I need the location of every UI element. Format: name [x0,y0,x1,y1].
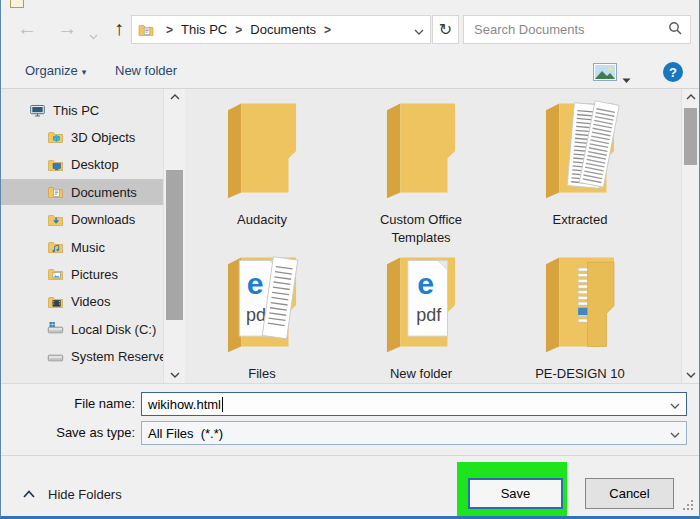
search-box [463,15,691,44]
save-as-type-select[interactable]: All Files (*.*) [141,421,687,445]
forward-arrow-icon[interactable]: → [53,14,81,42]
back-arrow-icon[interactable]: ← [13,14,41,42]
file-tile-files[interactable]: epdfFiles [187,251,337,383]
file-name-value: wikihow.html [148,397,221,412]
sidebar-item-documents[interactable]: Documents [1,179,163,205]
diskwin-icon [47,321,65,337]
folder-docs-icon [530,97,630,201]
sidebar-item-label: This PC [53,103,99,118]
file-list-scrollbar[interactable] [681,89,699,383]
file-name-label: File name: [1,396,135,411]
folder-pdf-icon: epdf [371,251,471,355]
sidebar-item-system-reserved[interactable]: System Reserved [1,344,163,370]
text-caret [222,397,223,412]
cancel-button[interactable]: Cancel [585,478,674,509]
file-tile-label: Audacity [237,211,287,229]
sidebar-item-label: Local Disk (C:) [71,322,156,337]
breadcrumb-this-pc[interactable]: This PC [181,22,227,37]
breadcrumb[interactable]: > This PC > Documents > [131,15,431,44]
sidebar-item-downloads[interactable]: Downloads [1,207,163,233]
help-icon[interactable]: ? [662,61,684,87]
folder-empty-icon [212,97,312,201]
search-input[interactable] [472,21,668,38]
objects3d-icon [47,129,65,145]
chevron-up-icon [23,486,41,502]
sidebar-item-local-disk-c[interactable]: Local Disk (C:) [1,316,163,342]
scroll-up-icon[interactable] [682,89,699,105]
file-tile-custom-office-templates[interactable]: Custom Office Templates [346,97,496,247]
folder-pdf-stack-icon: epdf [212,251,312,355]
navigation-sidebar: This PC3D ObjectsDesktopDocumentsDownloa… [1,89,163,383]
save-as-type-value: All Files (*.*) [148,426,223,441]
sidebar-item-label: Music [71,240,105,255]
sidebar-scrollbar[interactable] [163,89,185,383]
svg-text:e: e [247,267,264,300]
file-tile-label: New folder [390,365,452,383]
resize-grip[interactable] [683,497,694,515]
save-button[interactable]: Save [468,478,563,509]
sidebar-item-videos[interactable]: Videos [1,289,163,315]
sidebar-item-label: 3D Objects [71,130,135,145]
sidebar-item-label: Desktop [71,157,119,172]
music-icon [47,239,65,255]
sidebar-item-label: Pictures [71,267,118,282]
file-fields: File name: wikihow.html Save as type: Al… [1,383,699,455]
sidebar-item-this-pc[interactable]: This PC [1,97,163,123]
organize-button[interactable]: Organize▾ [25,63,86,78]
folder-slats-icon [530,251,630,355]
sidebar-item-music[interactable]: Music [1,234,163,260]
navigation-toolbar: ← → ↑ > This PC > Documents > ↻ [1,0,699,57]
file-tile-label: Custom Office Templates [361,211,481,247]
breadcrumb-documents[interactable]: Documents [250,22,316,37]
file-tile-label: Extracted [553,211,608,229]
documents-folder-icon [138,22,156,38]
command-bar: Organize▾ New folder ? [1,57,699,89]
cropped-icon [10,0,24,8]
folder-empty-icon [371,97,471,201]
file-tile-new-folder[interactable]: epdfNew folder [346,251,496,383]
chevron-down-icon[interactable] [670,395,680,413]
dialog-footer: Hide Folders Save Cancel [1,455,699,519]
view-caret-down-icon[interactable] [622,70,631,88]
sidebar-item-desktop[interactable]: Desktop [1,152,163,178]
downloads-icon [47,212,65,228]
crumb-separator: > [235,23,242,37]
scrollbar-thumb[interactable] [684,108,697,165]
scroll-up-icon[interactable] [164,89,185,105]
file-tile-pe-design-10[interactable]: PE-DESIGN 10 [505,251,655,383]
breadcrumb-chevron-icon[interactable] [414,21,424,39]
documents-icon [47,184,65,200]
hide-folders-label: Hide Folders [48,487,122,502]
svg-text:?: ? [669,65,677,80]
scroll-down-icon[interactable] [682,367,699,383]
file-tile-audacity[interactable]: Audacity [187,97,337,229]
hide-folders-button[interactable]: Hide Folders [23,486,122,502]
sidebar-item-label: System Reserved [71,349,174,364]
scroll-down-icon[interactable] [164,367,185,383]
file-tile-extracted[interactable]: Extracted [505,97,655,229]
videos-icon [47,294,65,310]
sidebar-item-pictures[interactable]: Pictures [1,261,163,287]
file-name-input[interactable]: wikihow.html [141,392,687,416]
scrollbar-thumb[interactable] [166,170,183,320]
up-arrow-icon[interactable]: ↑ [105,14,133,42]
save-as-type-label: Save as type: [1,425,135,440]
crumb-separator: > [324,23,331,37]
thumbnail-view-icon[interactable] [593,63,617,85]
file-tile-label: Files [248,365,275,383]
sidebar-item-3d-objects[interactable]: 3D Objects [1,124,163,150]
sidebar-item-label: Documents [71,185,137,200]
chevron-down-icon[interactable] [670,424,680,442]
pc-icon [29,102,47,118]
content-area: This PC3D ObjectsDesktopDocumentsDownloa… [1,89,699,383]
refresh-icon[interactable]: ↻ [432,15,459,44]
svg-text:pdf: pdf [416,305,442,325]
crumb-separator: > [166,23,173,37]
new-folder-button[interactable]: New folder [115,63,177,78]
sidebar-item-label: Videos [71,294,111,309]
history-chevron-icon[interactable] [89,26,98,44]
magnifier-icon[interactable] [668,21,682,39]
caret-down-icon: ▾ [82,67,87,77]
disk-icon [47,349,65,365]
sidebar-item-label: Downloads [71,212,135,227]
